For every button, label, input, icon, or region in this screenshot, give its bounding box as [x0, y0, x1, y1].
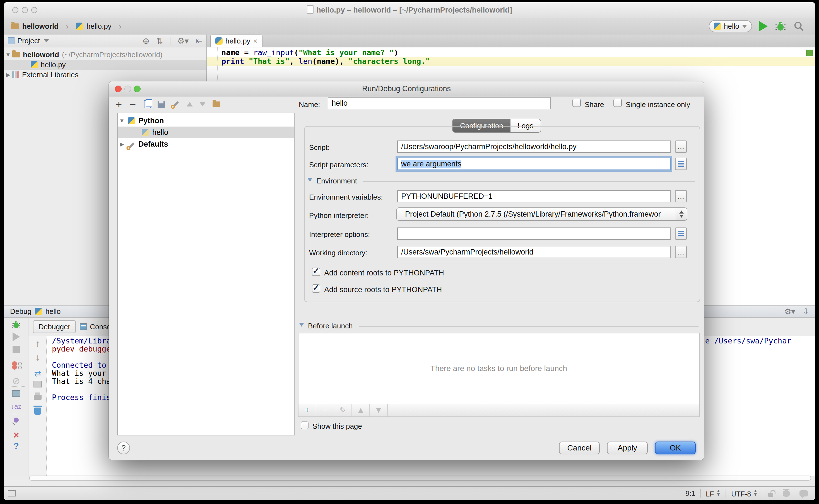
tab-debugger[interactable]: Debugger	[33, 320, 76, 333]
gear-icon[interactable]: ⚙▾	[784, 307, 795, 316]
source-roots-checkbox[interactable]	[312, 284, 320, 293]
tree-row-hello-py[interactable]: hello.py	[4, 60, 206, 70]
lock-icon[interactable]	[768, 493, 773, 497]
expand-options-button[interactable]	[675, 227, 687, 240]
edit-task-icon[interactable]: ✎	[334, 404, 352, 416]
interpreter-options-input[interactable]	[397, 227, 671, 240]
before-launch-task-list[interactable]: There are no tasks to run before launch	[298, 333, 700, 404]
move-task-down-icon[interactable]: ▼	[370, 404, 388, 416]
python-interpreter-select[interactable]: Project Default (Python 2.7.5 (/System/L…	[396, 207, 687, 221]
locate-icon[interactable]: ⊕	[142, 36, 149, 46]
create-folder-icon[interactable]	[210, 98, 223, 110]
single-instance-checkbox[interactable]	[613, 99, 622, 107]
expand-parameters-button[interactable]	[675, 158, 687, 170]
tree-row-external-libraries[interactable]: ▶ External Libraries	[4, 70, 206, 80]
workdir-browse-button[interactable]: ...	[675, 246, 687, 258]
close-tab-icon[interactable]: ×	[253, 37, 257, 45]
breadcrumb: helloworld › hello.py ›	[11, 21, 125, 31]
rerun-debug-icon[interactable]	[4, 320, 28, 330]
line-ending-widget[interactable]: LF▲▼	[706, 489, 721, 498]
minimize-window-button[interactable]	[22, 7, 28, 13]
minimize-dialog-button[interactable]	[124, 86, 131, 92]
environment-section-arrow[interactable]	[307, 178, 312, 183]
print-icon[interactable]	[28, 395, 47, 401]
collapsed-arrow-icon[interactable]: ▶	[4, 71, 12, 78]
collapse-panel-icon[interactable]: ⇤	[195, 36, 202, 46]
add-task-icon[interactable]: +	[298, 404, 316, 416]
expanded-arrow-icon[interactable]: ▼	[4, 52, 12, 58]
caret-position-widget[interactable]: 9:1	[686, 490, 695, 498]
tree-row-defaults[interactable]: ▶ Defaults	[118, 138, 294, 150]
help-button[interactable]: ?	[117, 442, 130, 454]
add-configuration-icon[interactable]: +	[113, 98, 125, 110]
chevron-down-icon[interactable]	[44, 39, 49, 42]
dock-icon[interactable]: ⇩	[803, 307, 809, 316]
sort-alphabetically-icon[interactable]: ↓↓azaz	[4, 403, 28, 410]
pin-tab-icon[interactable]	[4, 418, 28, 424]
event-log-icon[interactable]	[799, 490, 808, 496]
cancel-button[interactable]: Cancel	[559, 442, 600, 454]
clear-console-icon[interactable]	[28, 408, 47, 416]
encoding-widget[interactable]: UTF-8▲▼	[731, 489, 758, 498]
before-launch-arrow[interactable]	[299, 323, 304, 328]
search-icon[interactable]	[793, 21, 805, 32]
inspection-status-square[interactable]	[806, 50, 813, 56]
copy-configuration-icon[interactable]	[141, 98, 153, 110]
move-up-icon[interactable]	[183, 98, 196, 110]
stop-icon[interactable]	[4, 346, 28, 354]
help-icon[interactable]: ?	[4, 441, 28, 451]
zoom-dialog-button[interactable]	[134, 86, 141, 92]
edit-defaults-icon[interactable]	[170, 98, 182, 110]
restore-layout-icon[interactable]	[4, 390, 28, 398]
show-this-page-checkbox[interactable]	[301, 421, 308, 429]
working-directory-input[interactable]: /Users/swa/PycharmProjects/helloworld	[397, 246, 671, 258]
environment-variables-input[interactable]: PYTHONUNBUFFERED=1	[397, 190, 671, 202]
script-parameters-input[interactable]: we are arguments	[397, 158, 671, 170]
down-stack-frame-icon[interactable]: ↓	[28, 352, 47, 363]
share-checkbox[interactable]	[573, 99, 581, 107]
breadcrumb-file[interactable]: hello.py	[86, 22, 112, 31]
save-configuration-icon[interactable]	[155, 98, 167, 110]
horizontal-scrollbar[interactable]	[29, 476, 811, 481]
toolwindow-toggle-icon[interactable]	[8, 490, 16, 496]
mute-breakpoints-icon[interactable]: ⊘	[4, 375, 28, 386]
run-configuration-select[interactable]: hello	[709, 20, 752, 32]
highlighting-level-icon[interactable]	[783, 490, 790, 497]
ok-button[interactable]: OK	[655, 442, 696, 454]
debug-button[interactable]	[775, 21, 786, 31]
code-line: print "That is", len(name), "characters …	[221, 57, 430, 66]
tree-row-project-root[interactable]: ▼ helloworld (~/PycharmProjects/hellowor…	[4, 50, 206, 60]
script-browse-button[interactable]: ...	[675, 140, 687, 153]
gear-icon[interactable]: ⚙▾	[177, 36, 189, 46]
view-breakpoints-icon[interactable]	[4, 361, 28, 371]
run-button[interactable]	[759, 21, 768, 31]
scroll-to-end-icon[interactable]	[28, 381, 47, 389]
close-window-button[interactable]	[12, 7, 18, 13]
script-input[interactable]: /Users/swaroop/PycharmProjects/helloworl…	[397, 140, 671, 153]
content-roots-checkbox[interactable]	[312, 268, 320, 276]
remove-configuration-icon[interactable]: −	[127, 98, 139, 110]
divider	[8, 414, 25, 414]
close-icon[interactable]: ×	[4, 429, 28, 441]
editor-tab-hello-py[interactable]: hello.py ×	[210, 35, 262, 47]
up-stack-frame-icon[interactable]: ↑	[28, 338, 47, 349]
move-down-icon[interactable]	[196, 98, 209, 110]
move-task-up-icon[interactable]: ▲	[352, 404, 370, 416]
collapsed-arrow-icon[interactable]: ▶	[118, 141, 126, 147]
expanded-arrow-icon[interactable]: ▼	[118, 118, 126, 124]
resume-program-icon[interactable]	[4, 332, 28, 342]
tree-row-python[interactable]: ▼ Python	[118, 115, 294, 127]
tree-row-hello-config[interactable]: hello	[118, 127, 294, 138]
soft-wrap-icon[interactable]: ⇄	[28, 369, 47, 378]
close-dialog-button[interactable]	[115, 86, 122, 92]
scroll-to-source-icon[interactable]: ⇅	[156, 36, 163, 46]
apply-button[interactable]: Apply	[607, 442, 648, 454]
dialog-titlebar[interactable]: Run/Debug Configurations	[109, 81, 704, 96]
remove-task-icon[interactable]: −	[316, 404, 334, 416]
project-panel-title[interactable]: Project	[17, 37, 40, 45]
breadcrumb-project[interactable]: helloworld	[22, 22, 59, 31]
name-input[interactable]: hello	[328, 97, 551, 109]
environment-browse-button[interactable]: ...	[675, 190, 687, 202]
code-line: name = raw_input("What is your name? ")	[221, 49, 398, 57]
zoom-window-button[interactable]	[31, 7, 37, 13]
